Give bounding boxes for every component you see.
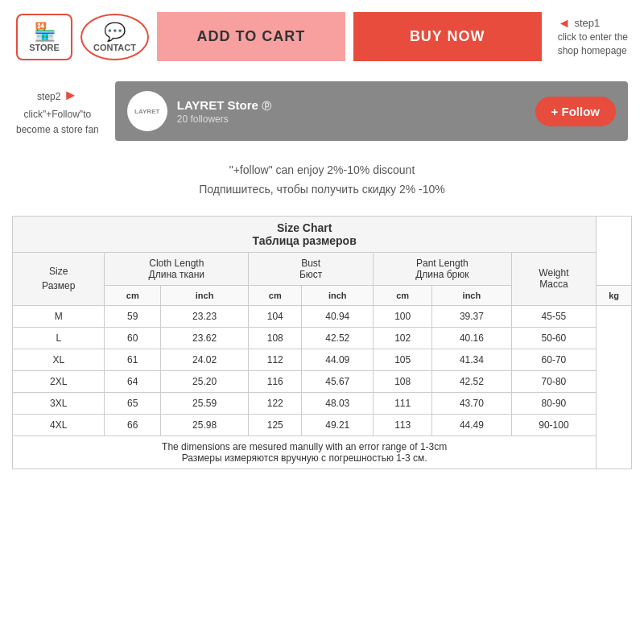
store-button[interactable]: 🏪 STORE: [16, 14, 72, 60]
cell-weight: 50-60: [511, 327, 597, 349]
table-row: L 60 23.62 108 42.52 102 40.16 50-60: [13, 327, 632, 349]
cell-cloth-cm: 61: [105, 349, 161, 370]
step1-desc: click to enter theshop homepage: [558, 31, 628, 58]
add-to-cart-button[interactable]: ADD TO CART: [157, 12, 345, 61]
table-note-cell: The dimensions are mesured manully with …: [13, 436, 597, 469]
cell-cloth-cm: 66: [105, 414, 161, 436]
cell-cloth-cm: 59: [105, 305, 161, 327]
col-header-bust: BustБюст: [249, 252, 374, 285]
cell-cloth-inch: 23.23: [161, 305, 249, 327]
col-header-weight: WeightМасса: [511, 252, 597, 305]
cell-bust-inch: 44.09: [302, 349, 374, 370]
cell-pant-cm: 108: [374, 370, 432, 392]
cell-cloth-inch: 25.20: [161, 370, 249, 392]
table-row: XL 61 24.02 112 44.09 105 41.34 60-70: [13, 349, 632, 370]
table-header-row: SizeРазмер Cloth LengthДлина ткани BustБ…: [13, 252, 632, 285]
store-check-icon: ⓟ: [262, 101, 271, 112]
step1-info: ◄ step1 click to enter theshop homepage: [558, 16, 628, 58]
cell-size: XL: [13, 349, 105, 370]
cell-weight: 45-55: [511, 305, 597, 327]
cell-pant-inch: 40.16: [432, 327, 511, 349]
cell-size: 4XL: [13, 414, 105, 436]
step2-arrow-icon: ►: [64, 87, 78, 103]
buy-now-button[interactable]: BUY NOW: [353, 12, 542, 61]
cell-pant-inch: 43.70: [432, 392, 511, 414]
table-row: M 59 23.23 104 40.94 100 39.37 45-55: [13, 305, 632, 327]
cell-cloth-inch: 24.02: [161, 349, 249, 370]
contact-button[interactable]: 💬 CONTACT: [80, 14, 149, 60]
contact-icon: 💬: [104, 22, 126, 43]
cell-weight: 60-70: [511, 349, 597, 370]
cell-bust-inch: 42.52: [302, 327, 374, 349]
cell-cloth-inch: 25.98: [161, 414, 249, 436]
cell-bust-inch: 49.21: [302, 414, 374, 436]
store-name: LAYRET Store ⓟ: [177, 98, 526, 114]
store-label: STORE: [29, 43, 60, 52]
cell-bust-inch: 45.67: [302, 370, 374, 392]
unit-bust-inch: inch: [302, 285, 374, 305]
cell-pant-inch: 39.37: [432, 305, 511, 327]
cell-pant-cm: 102: [374, 327, 432, 349]
discount-line2: Подпишитесь, чтобы получить скидку 2% -1…: [16, 180, 628, 200]
unit-cloth-inch: inch: [161, 285, 249, 305]
table-row: 3XL 65 25.59 122 48.03 111 43.70 80-90: [13, 392, 632, 414]
discount-line1: "+follow" can enjoy 2%-10% discount: [16, 161, 628, 180]
table-row: 2XL 64 25.20 116 45.67 108 42.52 70-80: [13, 370, 632, 392]
cell-size: 2XL: [13, 370, 105, 392]
cell-weight: 80-90: [511, 392, 597, 414]
unit-cloth-cm: cm: [105, 285, 161, 305]
step2-info: step2 ► click"+Follow"tobecome a store f…: [16, 84, 99, 138]
cell-bust-inch: 48.03: [302, 392, 374, 414]
table-title-row: Size Chart Таблица размеров: [13, 216, 632, 252]
col-header-size: SizeРазмер: [13, 252, 105, 305]
col-header-cloth: Cloth LengthДлина ткани: [105, 252, 249, 285]
table-title-cell: Size Chart Таблица размеров: [13, 216, 597, 252]
cell-cloth-inch: 25.59: [161, 392, 249, 414]
unit-pant-cm: cm: [374, 285, 432, 305]
top-section: 🏪 STORE 💬 CONTACT ADD TO CART BUY NOW ◄ …: [0, 0, 644, 73]
size-chart-section: Size Chart Таблица размеров SizeРазмер C…: [0, 208, 644, 485]
cell-bust-cm: 108: [249, 327, 302, 349]
cell-bust-inch: 40.94: [302, 305, 374, 327]
size-table: Size Chart Таблица размеров SizeРазмер C…: [12, 216, 632, 469]
cell-bust-cm: 116: [249, 370, 302, 392]
follow-button[interactable]: + Follow: [535, 97, 616, 126]
col-header-pant: Pant LengthДлина брюк: [374, 252, 511, 285]
cell-pant-inch: 42.52: [432, 370, 511, 392]
unit-weight-kg: kg: [597, 285, 632, 305]
contact-label: CONTACT: [93, 43, 136, 52]
cell-bust-cm: 125: [249, 414, 302, 436]
cell-pant-inch: 44.49: [432, 414, 511, 436]
cell-weight: 70-80: [511, 370, 597, 392]
unit-bust-cm: cm: [249, 285, 302, 305]
cell-size: 3XL: [13, 392, 105, 414]
store-followers: 20 followers: [177, 114, 526, 125]
cell-cloth-cm: 60: [105, 327, 161, 349]
cell-bust-cm: 112: [249, 349, 302, 370]
cell-pant-cm: 100: [374, 305, 432, 327]
cell-cloth-inch: 23.62: [161, 327, 249, 349]
step2-label: step2 ►: [37, 91, 78, 102]
cell-pant-inch: 41.34: [432, 349, 511, 370]
store-icon: 🏪: [34, 22, 56, 43]
cell-size: L: [13, 327, 105, 349]
cell-cloth-cm: 64: [105, 370, 161, 392]
cell-size: M: [13, 305, 105, 327]
arrow-left-icon: ◄: [558, 16, 571, 31]
store-logo: LAYRET: [127, 91, 167, 131]
unit-pant-inch: inch: [432, 285, 511, 305]
cell-pant-cm: 113: [374, 414, 432, 436]
step1-label: step1: [574, 17, 600, 29]
store-banner: LAYRET LAYRET Store ⓟ 20 followers + Fol…: [115, 81, 628, 141]
discount-section: "+follow" can enjoy 2%-10% discount Подп…: [0, 149, 644, 208]
cell-cloth-cm: 65: [105, 392, 161, 414]
cell-pant-cm: 105: [374, 349, 432, 370]
table-note-row: The dimensions are mesured manully with …: [13, 436, 632, 469]
step2-section: step2 ► click"+Follow"tobecome a store f…: [0, 73, 644, 149]
table-row: 4XL 66 25.98 125 49.21 113 44.49 90-100: [13, 414, 632, 436]
cell-bust-cm: 122: [249, 392, 302, 414]
size-chart-title-ru: Таблица размеров: [16, 234, 592, 247]
cell-weight: 90-100: [511, 414, 597, 436]
store-info: LAYRET Store ⓟ 20 followers: [177, 98, 526, 125]
size-chart-title: Size Chart: [16, 221, 592, 234]
